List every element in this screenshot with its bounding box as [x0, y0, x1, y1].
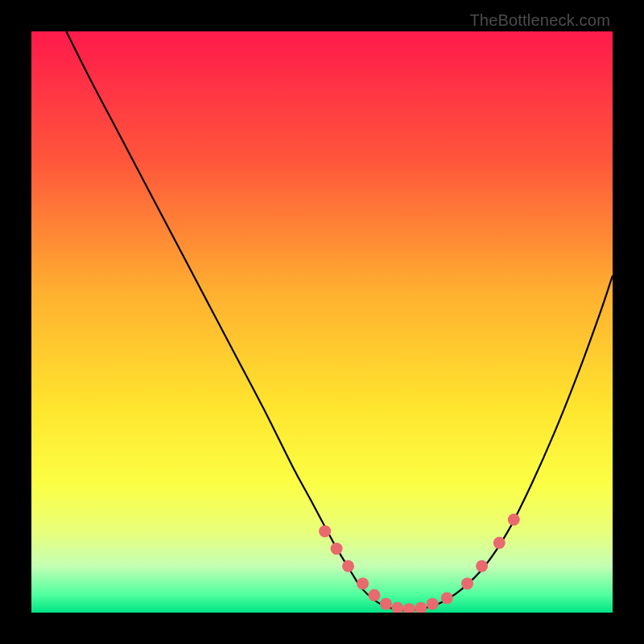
marker-dot: [441, 592, 453, 604]
marker-dot: [427, 598, 439, 610]
watermark-text: TheBottleneck.com: [469, 11, 610, 30]
marker-dot: [508, 514, 520, 526]
gradient-background: [31, 31, 613, 613]
marker-dot: [461, 577, 473, 589]
marker-dot: [331, 543, 343, 555]
marker-dot: [342, 560, 354, 572]
marker-dot: [357, 577, 369, 589]
marker-dot: [493, 537, 506, 549]
marker-dot: [368, 589, 380, 601]
chart-plot: [31, 31, 613, 613]
marker-dot: [380, 598, 392, 610]
marker-dot: [319, 525, 331, 537]
marker-dot: [476, 560, 488, 572]
chart-frame: TheBottleneck.com: [0, 0, 644, 644]
